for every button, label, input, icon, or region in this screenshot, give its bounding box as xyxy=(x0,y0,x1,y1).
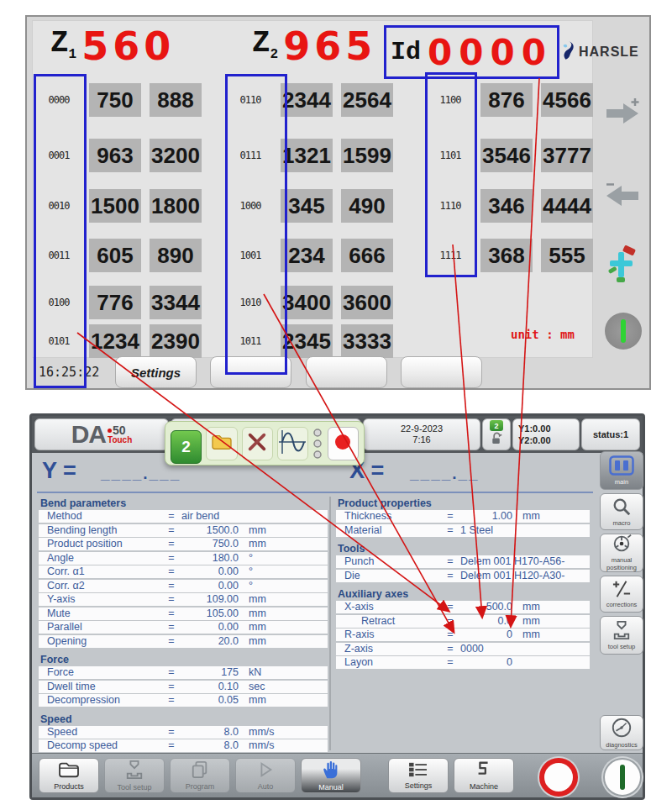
wave-button[interactable] xyxy=(277,427,308,460)
param-value: 8.0 xyxy=(178,739,239,752)
z2-value-cell[interactable]: 1800 xyxy=(150,189,202,223)
param-row-material[interactable]: Material=1 Steel xyxy=(336,524,590,537)
param-row-punch[interactable]: Punch=Delem 001 H170-A56- xyxy=(336,555,590,568)
param-row-z-axis[interactable]: Z-axis=0000 xyxy=(336,643,590,655)
z2-value-cell[interactable]: 555 xyxy=(541,239,593,272)
param-unit: mm xyxy=(512,629,540,641)
sidebar-item-diagnostics[interactable]: diagnostics xyxy=(600,715,643,750)
z2-value-cell[interactable]: 3600 xyxy=(341,286,393,319)
param-row-speed[interactable]: Speed=8.0mm/s xyxy=(39,726,328,739)
param-row-layon[interactable]: Layon=0 xyxy=(336,656,590,669)
z1-value-cell[interactable]: 2345 xyxy=(281,324,333,358)
record-button[interactable] xyxy=(328,427,359,460)
param-row-product-position[interactable]: Product position=750.0mm xyxy=(39,538,328,550)
sidebar-item-tool-setup[interactable]: tool setup xyxy=(600,616,643,655)
param-row-r-axis[interactable]: R-axis=0mm xyxy=(336,629,590,641)
param-row-decomp-speed[interactable]: Decomp speed=8.0mm/s xyxy=(39,739,328,752)
folder-button[interactable] xyxy=(206,427,237,460)
z1-value-cell[interactable]: 750 xyxy=(89,83,141,117)
tools-button[interactable] xyxy=(242,427,273,460)
panel-power-button[interactable] xyxy=(605,313,642,350)
z1-value-cell[interactable]: 776 xyxy=(89,286,141,319)
z1-value-cell[interactable]: 963 xyxy=(89,139,141,172)
param-row-method[interactable]: Method=air bend xyxy=(39,510,328,523)
z2-value-cell[interactable]: 490 xyxy=(341,189,393,223)
bottom-tab-machine[interactable]: Machine xyxy=(454,758,514,793)
param-row-force[interactable]: Force=175kN xyxy=(39,666,328,679)
sidebar-item-corrections[interactable]: corrections xyxy=(600,576,643,613)
param-row-die[interactable]: Die=Delem 001 H120-A30- xyxy=(336,570,590,582)
z2-value-cell[interactable]: 890 xyxy=(150,239,202,272)
z1-value-cell[interactable]: 234 xyxy=(281,239,333,272)
lock-indicator[interactable]: 2 xyxy=(482,418,511,450)
x-axis-value-field[interactable]: ____.__ xyxy=(410,465,480,483)
z-grid-row: 1111368555 xyxy=(428,238,593,273)
equals-sign: = xyxy=(165,666,178,679)
tab-blank-3[interactable] xyxy=(401,356,482,388)
sidebar-item-manual-positioning[interactable]: manual positioning xyxy=(600,534,643,572)
z1-value-cell[interactable]: 368 xyxy=(480,239,533,272)
start-button[interactable] xyxy=(603,758,642,797)
bottom-tab-settings[interactable]: Settings xyxy=(388,758,449,793)
z1-value-cell[interactable]: 1234 xyxy=(89,324,141,358)
param-row-decompression[interactable]: Decompression=0.05mm xyxy=(39,694,328,707)
param-row-corr-2[interactable]: Corr. α2=0.00° xyxy=(39,580,328,592)
sidebar-item-macro[interactable]: macro xyxy=(600,493,643,530)
param-row-x-axis[interactable]: X-axis=500.0mm xyxy=(336,601,590,613)
param-row-dwell-time[interactable]: Dwell time=0.10sec xyxy=(39,681,328,693)
z-grid-row: 11103464444 xyxy=(428,188,593,224)
z1-value-cell[interactable]: 1321 xyxy=(281,139,333,172)
z2-value-cell[interactable]: 3777 xyxy=(541,139,593,172)
param-value: 750.0 xyxy=(178,538,239,550)
param-row-opening[interactable]: Opening=20.0mm xyxy=(39,635,328,648)
increase-arrow-button[interactable] xyxy=(603,96,642,132)
bottom-tab-auto[interactable]: Auto xyxy=(235,758,296,793)
binary-code-cell: 0000 xyxy=(37,94,81,106)
z1-value-cell[interactable]: 346 xyxy=(480,189,533,223)
z2-value-cell[interactable]: 4444 xyxy=(541,189,593,223)
z1-value-cell[interactable]: 876 xyxy=(480,83,533,117)
param-row-parallel[interactable]: Parallel=0.00mm xyxy=(39,621,328,634)
sidebar-item-main[interactable]: main xyxy=(600,451,643,490)
z2-value-cell[interactable]: 1599 xyxy=(341,139,393,172)
param-row-retract[interactable]: Retract=0.0mm xyxy=(336,615,590,628)
z2-value-cell[interactable]: 666 xyxy=(341,239,393,272)
decrease-arrow-button[interactable] xyxy=(603,178,642,214)
tab-blank-1[interactable] xyxy=(210,356,291,388)
bottom-tab-program[interactable]: Program xyxy=(170,758,230,793)
z2-value-cell[interactable]: 888 xyxy=(150,83,202,117)
bottom-tab-manual[interactable]: Manual xyxy=(301,758,361,793)
param-row-corr-1[interactable]: Corr. α1=0.00° xyxy=(39,565,328,578)
tab-settings[interactable]: Settings xyxy=(115,356,197,388)
z1-value-cell[interactable]: 2344 xyxy=(281,83,333,117)
z1-value-cell[interactable]: 3546 xyxy=(480,139,533,172)
tab-blank-2[interactable] xyxy=(306,356,387,388)
equals-sign: = xyxy=(444,510,457,523)
z-grid-row: 001015001800 xyxy=(37,188,202,224)
y-axis-value-field[interactable]: ____.___ xyxy=(101,465,181,483)
z2-value-cell[interactable]: 2564 xyxy=(341,83,393,117)
param-label: Speed xyxy=(39,726,165,739)
param-row-thickness[interactable]: Thickness=1.00mm xyxy=(336,510,590,523)
harsle-brand-text: HARSLE xyxy=(579,45,639,60)
bottom-tab-products[interactable]: Products xyxy=(39,758,99,793)
z1-value-cell[interactable]: 3400 xyxy=(281,286,333,319)
z1-value-cell[interactable]: 345 xyxy=(281,189,333,223)
id-label: Id xyxy=(391,38,421,66)
z1-value-cell[interactable]: 605 xyxy=(89,239,141,272)
param-row-mute[interactable]: Mute=105.00mm xyxy=(39,608,328,620)
stop-button[interactable] xyxy=(539,758,578,797)
z2-value-cell[interactable]: 3344 xyxy=(150,286,202,319)
z2-value-cell[interactable]: 4566 xyxy=(541,83,593,117)
z1-value-cell[interactable]: 1500 xyxy=(89,189,141,223)
z2-value-cell[interactable]: 3333 xyxy=(341,324,393,358)
param-row-angle[interactable]: Angle=180.0° xyxy=(39,552,328,565)
z2-value-cell[interactable]: 3200 xyxy=(150,139,202,172)
param-row-y-axis[interactable]: Y-axis=109.00mm xyxy=(39,593,328,606)
page-2-button[interactable]: 2 xyxy=(171,430,202,464)
date-text: 22-9-2023 xyxy=(401,423,443,434)
bottom-tab-tool-setup[interactable]: Tool setup xyxy=(104,758,165,793)
param-row-bending-length[interactable]: Bending length=1500.0mm xyxy=(39,524,328,537)
z2-value-cell[interactable]: 2390 xyxy=(150,324,202,358)
manual-positioning-icon xyxy=(611,534,633,556)
